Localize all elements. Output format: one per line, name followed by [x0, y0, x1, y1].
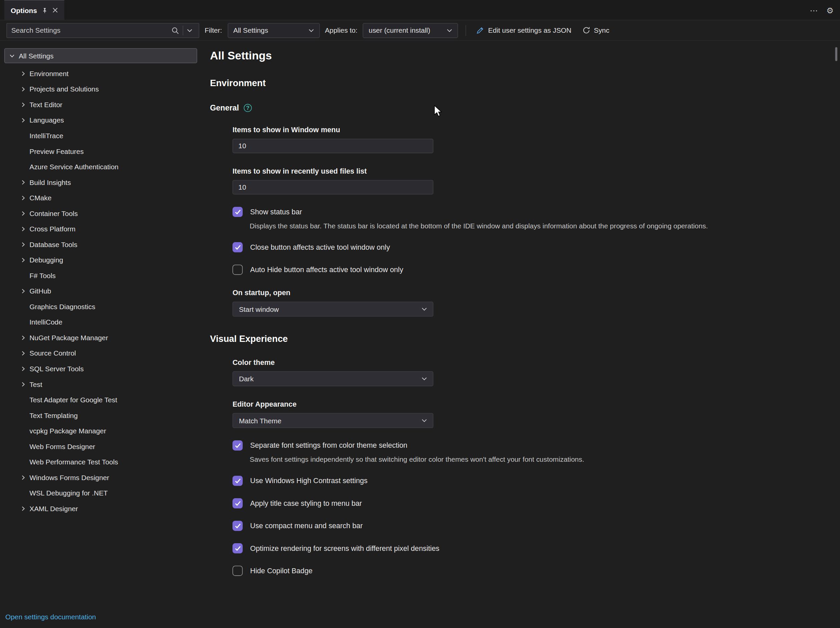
filter-value: All Settings [234, 26, 268, 35]
sidebar-item-f-tools[interactable]: F# Tools [4, 268, 201, 284]
chevron-right-icon[interactable] [21, 506, 26, 511]
sidebar-item-all-settings[interactable]: All Settings [4, 48, 197, 63]
checkbox-label[interactable]: Use Windows High Contrast settings [250, 477, 368, 485]
chevron-right-icon[interactable] [21, 196, 26, 200]
sidebar-item-web-performance-test-tools[interactable]: Web Performance Test Tools [4, 454, 201, 470]
sidebar-item-build-insights[interactable]: Build Insights [4, 175, 201, 190]
sidebar-item-label: Database Tools [29, 240, 77, 248]
chevron-down-icon[interactable] [9, 54, 14, 58]
checkbox-label[interactable]: Use compact menu and search bar [250, 522, 363, 530]
sidebar-item-languages[interactable]: Languages [4, 112, 201, 128]
search-options-chevron-icon[interactable] [185, 29, 195, 32]
sidebar-item-graphics-diagnostics[interactable]: Graphics Diagnostics [4, 299, 201, 314]
sidebar-item-text-templating[interactable]: Text Templating [4, 408, 201, 423]
sidebar-item-environment[interactable]: Environment [4, 66, 201, 82]
checkbox-separate-font-settings-from-color-theme-selection[interactable] [232, 440, 242, 450]
sidebar-item-preview-features[interactable]: Preview Features [4, 144, 201, 159]
sidebar-item-debugging[interactable]: Debugging [4, 252, 201, 268]
setting-checkbox-row: Use compact menu and search bar [232, 521, 840, 531]
checkbox-close-button-affects-active-tool-window-only[interactable] [232, 242, 242, 252]
scrollbar-thumb[interactable] [835, 47, 837, 61]
sidebar-item-test-adapter-for-google-test[interactable]: Test Adapter for Google Test [4, 392, 201, 408]
checkbox-auto-hide-button-affects-active-tool-window-only[interactable] [232, 265, 242, 275]
pin-icon[interactable] [42, 7, 48, 13]
chevron-right-icon[interactable] [21, 335, 26, 340]
input-items-to-show-in-recently-used-files-list[interactable] [232, 180, 433, 194]
chevron-right-icon[interactable] [21, 102, 26, 107]
sidebar-item-azure-service-authentication[interactable]: Azure Service Authentication [4, 159, 201, 175]
open-settings-documentation-link[interactable]: Open settings documentation [5, 613, 96, 621]
sidebar-item-projects-and-solutions[interactable]: Projects and Solutions [4, 82, 201, 97]
sidebar-item-intellicode[interactable]: IntelliCode [4, 314, 201, 330]
chevron-right-icon[interactable] [21, 242, 26, 247]
help-icon[interactable]: ? [244, 104, 252, 112]
sidebar-item-label: IntelliTrace [29, 132, 63, 140]
select-on-startup-open[interactable]: Start window [232, 301, 433, 317]
chevron-right-icon[interactable] [21, 366, 26, 371]
input-items-to-show-in-window-menu[interactable] [232, 139, 433, 153]
sidebar-item-vcpkg-package-manager[interactable]: vcpkg Package Manager [4, 423, 201, 439]
sidebar-item-wsl-debugging-for-net[interactable]: WSL Debugging for .NET [4, 486, 201, 501]
chevron-right-icon[interactable] [21, 87, 26, 92]
field-label: Editor Appearance [232, 400, 840, 408]
sidebar-item-cmake[interactable]: CMake [4, 190, 201, 206]
checkbox-apply-title-case-styling-to-menu-bar[interactable] [232, 498, 242, 508]
search-input[interactable] [7, 26, 169, 35]
sidebar-item-nuget-package-manager[interactable]: NuGet Package Manager [4, 330, 201, 346]
setting-checkbox-row: Optimize rendering for screens with diff… [232, 543, 840, 553]
checkbox-show-status-bar[interactable] [232, 207, 242, 217]
checkbox-use-compact-menu-and-search-bar[interactable] [232, 521, 242, 531]
chevron-right-icon[interactable] [21, 382, 26, 387]
sidebar-item-web-forms-designer[interactable]: Web Forms Designer [4, 439, 201, 454]
sidebar-item-intellitrace[interactable]: IntelliTrace [4, 128, 201, 144]
checkbox-label[interactable]: Optimize rendering for screens with diff… [250, 544, 439, 552]
sidebar-item-label: Cross Platform [29, 225, 76, 233]
select-editor-appearance[interactable]: Match Theme [232, 413, 433, 428]
settings-gear-icon[interactable]: ⚙ [826, 6, 834, 14]
search-box[interactable] [6, 23, 199, 38]
sidebar-item-label: Web Performance Test Tools [29, 458, 118, 466]
checkbox-label[interactable]: Hide Copilot Badge [250, 567, 313, 575]
sidebar-item-xaml-designer[interactable]: XAML Designer [4, 501, 201, 516]
chevron-right-icon[interactable] [21, 227, 26, 231]
chevron-right-icon[interactable] [21, 118, 26, 123]
sidebar-item-windows-forms-designer[interactable]: Windows Forms Designer [4, 470, 201, 486]
chevron-right-icon[interactable] [21, 258, 26, 262]
sync-button[interactable]: Sync [579, 26, 612, 35]
more-actions-icon[interactable]: ⋯ [810, 6, 818, 14]
chevron-right-icon[interactable] [21, 351, 26, 355]
chevron-right-icon[interactable] [21, 180, 26, 185]
sidebar-item-label: Build Insights [29, 178, 71, 186]
sidebar-item-container-tools[interactable]: Container Tools [4, 206, 201, 221]
sidebar-item-source-control[interactable]: Source Control [4, 346, 201, 361]
chevron-right-icon[interactable] [21, 475, 26, 480]
close-icon[interactable] [52, 7, 58, 13]
chevron-right-icon[interactable] [21, 71, 26, 76]
checkbox-label[interactable]: Show status bar [250, 208, 302, 216]
sidebar-item-cross-platform[interactable]: Cross Platform [4, 221, 201, 237]
checkbox-label[interactable]: Auto Hide button affects active tool win… [250, 266, 403, 274]
chevron-right-icon[interactable] [21, 211, 26, 216]
search-icon[interactable] [169, 26, 181, 34]
chevron-down-icon [447, 29, 452, 32]
sidebar-item-label: Container Tools [29, 209, 78, 217]
checkbox-hide-copilot-badge[interactable] [232, 566, 242, 576]
sidebar-item-sql-server-tools[interactable]: SQL Server Tools [4, 361, 201, 377]
sidebar-item-test[interactable]: Test [4, 377, 201, 392]
chevron-right-icon[interactable] [21, 289, 26, 293]
sidebar-item-text-editor[interactable]: Text Editor [4, 97, 201, 112]
checkbox-label[interactable]: Apply title case styling to menu bar [250, 499, 362, 507]
tab-options[interactable]: Options [4, 0, 65, 20]
checkbox-label[interactable]: Separate font settings from color theme … [250, 441, 407, 450]
edit-json-button[interactable]: Edit user settings as JSON [474, 26, 574, 35]
checkbox-use-windows-high-contrast-settings[interactable] [232, 476, 242, 486]
filter-dropdown[interactable]: All Settings [227, 23, 319, 38]
checkbox-optimize-rendering-for-screens-with-different-pixel-densities[interactable] [232, 543, 242, 553]
sidebar-item-github[interactable]: GitHub [4, 284, 201, 299]
applies-to-dropdown[interactable]: user (current install) [363, 23, 458, 38]
sidebar-item-database-tools[interactable]: Database Tools [4, 237, 201, 252]
sidebar-root-label: All Settings [19, 52, 54, 60]
settings-toolbar: Filter: All Settings Applies to: user (c… [0, 21, 840, 41]
checkbox-label[interactable]: Close button affects active tool window … [250, 243, 390, 251]
select-color-theme[interactable]: Dark [232, 371, 433, 386]
